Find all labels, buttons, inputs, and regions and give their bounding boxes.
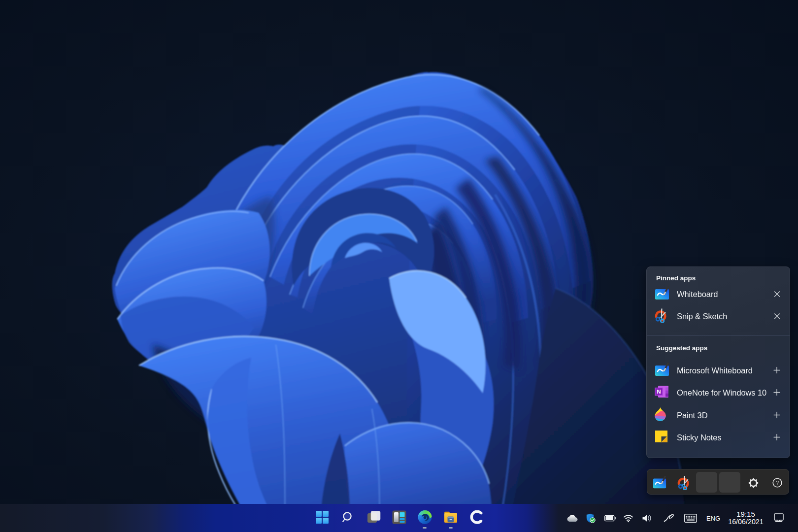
svg-text:N: N: [657, 389, 661, 395]
svg-text:?: ?: [776, 480, 779, 486]
